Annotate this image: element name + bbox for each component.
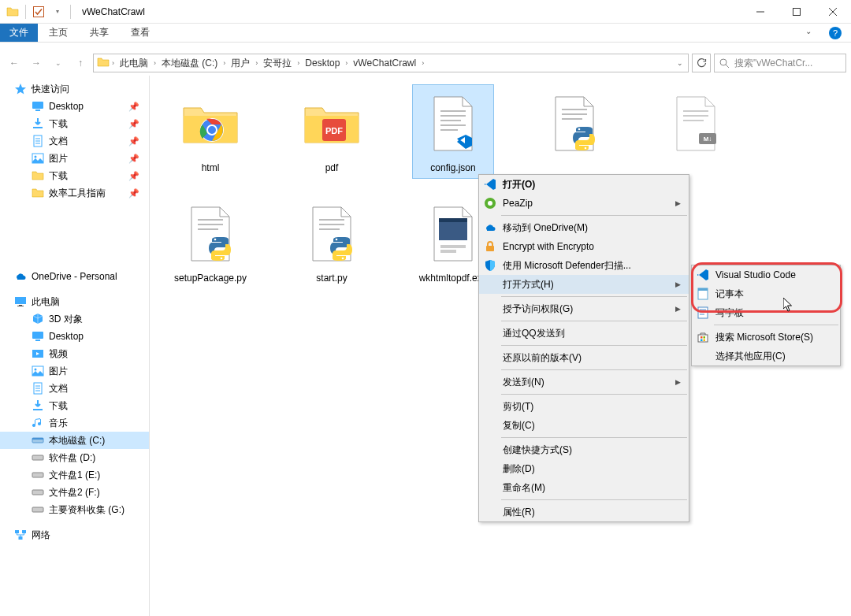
sidebar-quick-1[interactable]: 下载📌	[0, 115, 149, 132]
svg-point-15	[35, 156, 37, 158]
svg-rect-82	[698, 288, 708, 291]
star-icon	[14, 83, 27, 95]
close-button[interactable]	[815, 0, 851, 24]
nav-forward-button[interactable]: →	[27, 54, 46, 72]
crumb-user[interactable]: 安哥拉	[260, 57, 295, 70]
ctx-item-5[interactable]: 使用 Microsoft Defender扫描...	[479, 256, 689, 275]
file-item-4[interactable]: M↓	[656, 85, 736, 178]
svg-rect-9	[33, 127, 43, 128]
ctx-item-23[interactable]: 属性(R)	[479, 503, 689, 521]
svg-text:PDF: PDF	[325, 126, 343, 135]
nav-back-button[interactable]: ←	[5, 54, 24, 72]
search-input[interactable]: 搜索"vWeChatCr...	[714, 54, 846, 72]
checkbox-icon[interactable]	[32, 6, 45, 18]
sidebar-pc-11[interactable]: 主要资料收集 (G:)	[0, 501, 149, 518]
maximize-button[interactable]	[779, 0, 815, 24]
refresh-button[interactable]	[692, 54, 711, 72]
file-item-1[interactable]: PDFpdf	[292, 85, 372, 178]
ctx-item-6[interactable]: 打开方式(H)▶	[479, 275, 689, 294]
sidebar-thispc[interactable]: 此电脑	[0, 293, 149, 310]
address-bar[interactable]: › 此电脑› 本地磁盘 (C:)› 用户› 安哥拉› Desktop› vWeC…	[93, 54, 689, 72]
tab-home[interactable]: 主页	[38, 24, 79, 42]
sidebar-pc-4[interactable]: 文档	[0, 380, 149, 397]
crumb-users[interactable]: 用户	[228, 57, 253, 70]
ctx-label: 属性(R)	[503, 506, 535, 519]
sidebar-quick-3[interactable]: 图片📌	[0, 150, 149, 167]
file-icon	[422, 199, 485, 269]
help-icon[interactable]: ?	[829, 27, 842, 39]
sidebar-pc-5[interactable]: 下载	[0, 397, 149, 414]
pin-icon: 📌	[128, 102, 139, 112]
subctx-item-4[interactable]: 搜索 Microsoft Store(S)	[692, 328, 840, 347]
subctx-item-2[interactable]: 写字板	[692, 303, 840, 322]
ctx-label: 还原以前的版本(V)	[503, 351, 582, 365]
sidebar-pc-9[interactable]: 文件盘1 (E:)	[0, 466, 149, 484]
chevron-down-icon[interactable]: ⌄	[677, 59, 683, 67]
ribbon-tabs: 文件 主页 共享 查看 ⌄ ?	[0, 24, 851, 43]
sidebar-item-label: 图片	[49, 152, 68, 165]
ctx-item-20[interactable]: 删除(D)	[479, 459, 689, 478]
ctx-item-3[interactable]: 移动到 OneDrive(M)	[479, 218, 689, 237]
svg-point-79	[488, 201, 492, 206]
sidebar-pc-1[interactable]: Desktop	[0, 328, 149, 345]
sidebar-pc-3[interactable]: 图片	[0, 362, 149, 380]
sidebar-network[interactable]: 网络	[0, 526, 149, 544]
nav-history-button[interactable]: ⌄	[49, 54, 68, 72]
ctx-item-19[interactable]: 创建快捷方式(S)	[479, 440, 689, 459]
file-item-3[interactable]	[534, 85, 615, 178]
pic-icon	[32, 152, 44, 165]
sidebar-item-label: 下载	[49, 117, 68, 131]
ctx-label: 发送到(N)	[503, 376, 544, 389]
sidebar-quick-4[interactable]: 下载📌	[0, 167, 149, 184]
chevron-down-icon[interactable]: ⌄	[805, 27, 812, 35]
sidebar-pc-2[interactable]: 视频	[0, 345, 149, 362]
file-item-6[interactable]: start.py	[292, 195, 372, 288]
download-icon	[32, 399, 44, 412]
sidebar-pc-8[interactable]: 软件盘 (D:)	[0, 449, 149, 466]
subctx-item-5[interactable]: 选择其他应用(C)	[692, 347, 840, 366]
sidebar-quick-access[interactable]: 快速访问	[0, 80, 149, 98]
sidebar-pc-10[interactable]: 文件盘2 (F:)	[0, 484, 149, 501]
sidebar-quick-2[interactable]: 文档📌	[0, 132, 149, 150]
ctx-item-10[interactable]: 通过QQ发送到	[479, 324, 689, 343]
crumb-desktop[interactable]: Desktop	[302, 58, 343, 69]
svg-line-6	[726, 65, 729, 68]
ctx-item-12[interactable]: 还原以前的版本(V)	[479, 348, 689, 367]
tab-file[interactable]: 文件	[0, 24, 38, 42]
file-item-0[interactable]: html	[170, 85, 251, 178]
sidebar-quick-5[interactable]: 效率工具指南📌	[0, 184, 149, 202]
sidebar-item-label: 效率工具指南	[49, 187, 106, 200]
ctx-item-17[interactable]: 复制(C)	[479, 416, 689, 435]
svg-text:M↓: M↓	[704, 135, 712, 143]
ctx-item-8[interactable]: 授予访问权限(G)▶	[479, 299, 689, 318]
nav-up-button[interactable]: ↑	[71, 54, 90, 72]
subctx-item-0[interactable]: Visual Studio Code	[692, 265, 840, 284]
sidebar-pc-7[interactable]: 本地磁盘 (C:)	[0, 432, 149, 449]
ctx-item-14[interactable]: 发送到(N)▶	[479, 373, 689, 391]
crumb-thispc[interactable]: 此电脑	[117, 57, 151, 70]
tab-view[interactable]: 查看	[120, 24, 161, 42]
sidebar-item-label: OneDrive - Personal	[32, 271, 117, 282]
ctx-item-4[interactable]: Encrypt with Encrypto	[479, 237, 689, 256]
subctx-item-1[interactable]: 记事本	[692, 284, 840, 303]
ctx-item-0[interactable]: 打开(O)	[479, 175, 689, 194]
file-label: html	[202, 162, 220, 175]
sidebar-quick-0[interactable]: Desktop📌	[0, 98, 149, 115]
crumb-folder[interactable]: vWeChatCrawl	[350, 58, 419, 69]
ctx-item-16[interactable]: 剪切(T)	[479, 397, 689, 416]
file-item-5[interactable]: setupPackage.py	[170, 195, 251, 288]
sidebar-pc-0[interactable]: 3D 对象	[0, 310, 149, 328]
ctx-item-1[interactable]: PeaZip▶	[479, 194, 689, 213]
crumb-c[interactable]: 本地磁盘 (C:)	[158, 57, 221, 70]
file-item-2[interactable]: config.json	[413, 85, 493, 178]
lock-icon	[484, 240, 496, 253]
ctx-item-21[interactable]: 重命名(M)	[479, 478, 689, 497]
dropdown-icon[interactable]: ▾	[51, 6, 64, 18]
pin-icon: 📌	[128, 119, 139, 129]
search-icon	[719, 58, 730, 69]
tab-share[interactable]: 共享	[79, 24, 120, 42]
minimize-button[interactable]	[742, 0, 779, 24]
sidebar-pc-6[interactable]: 音乐	[0, 414, 149, 432]
ctx-label: 移动到 OneDrive(M)	[503, 221, 588, 235]
sidebar-onedrive[interactable]: OneDrive - Personal	[0, 268, 149, 285]
